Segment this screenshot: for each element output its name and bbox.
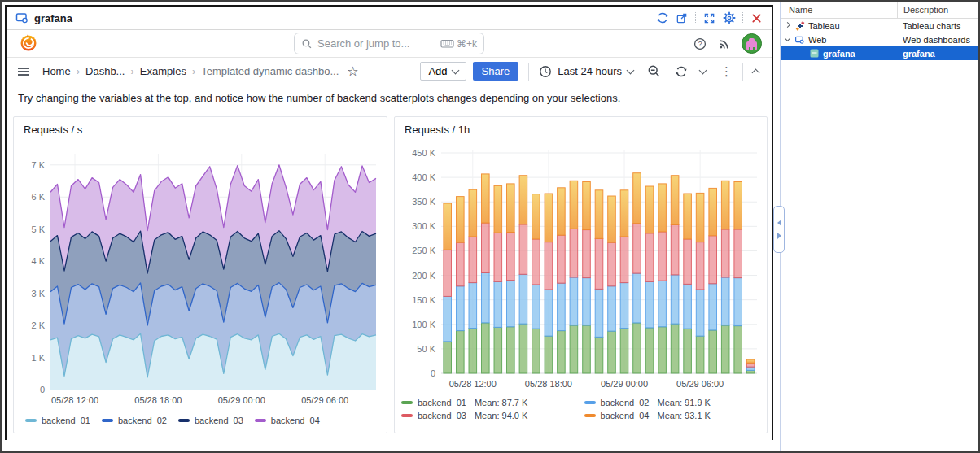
separator [695, 12, 696, 24]
legend-mean-value: Mean: 94.0 K [475, 411, 527, 420]
window-title: grafana [34, 12, 72, 24]
tree-item-label: Tableau [808, 21, 840, 31]
search-placeholder: Search or jump to... [317, 37, 435, 50]
breadcrumb-home[interactable]: Home [42, 65, 71, 77]
legend-swatch [401, 414, 413, 417]
settings-gear-icon[interactable] [722, 11, 736, 25]
breadcrumb-dashboards[interactable]: Dashb... [85, 65, 125, 77]
favorite-star-icon[interactable]: ☆ [347, 65, 358, 78]
legend-label: backend_04 [271, 416, 320, 425]
svg-text:0: 0 [431, 368, 435, 378]
legend-item-backend_02[interactable]: backend_02 [102, 416, 167, 425]
add-button[interactable]: Add [420, 62, 466, 81]
legend-swatch [584, 414, 596, 417]
refresh-icon[interactable] [674, 64, 689, 79]
tree-row-grafana-selected[interactable]: grafana grafana [781, 46, 979, 60]
panel-requests-per-s: Requests / s 01 K2 K3 K4 K5 K6 K7 K05/28… [13, 116, 387, 433]
legend-item-backend_04[interactable]: backend_04 [255, 416, 320, 425]
svg-text:5 K: 5 K [31, 224, 45, 234]
legend-item-backend_03[interactable]: backend_03 [178, 416, 243, 425]
info-text: Try changing the variables at the top, a… [18, 92, 620, 104]
menu-hamburger-icon[interactable] [16, 64, 31, 79]
svg-text:250 K: 250 K [412, 246, 435, 255]
expander-expanded-icon[interactable] [781, 39, 794, 41]
svg-text:05/28 18:00: 05/28 18:00 [525, 379, 572, 389]
breadcrumb: Home › Dashb... › Examples › Templated d… [42, 65, 339, 77]
keyboard-icon [440, 37, 454, 50]
svg-text:05/28 12:00: 05/28 12:00 [51, 395, 98, 405]
svg-text:50 K: 50 K [417, 344, 435, 354]
legend-swatch [102, 419, 113, 422]
legend-swatch [401, 401, 413, 404]
breadcrumb-examples[interactable]: Examples [140, 65, 186, 77]
panel-title[interactable]: Requests / s [14, 117, 387, 139]
legend-item-backend_02[interactable]: backend_02Mean: 91.9 K [584, 398, 753, 407]
legend-label: backend_02 [601, 398, 650, 407]
chevron-down-icon [451, 66, 459, 74]
time-range-picker[interactable]: Last 24 hours [539, 65, 633, 78]
svg-text:4 K: 4 K [31, 256, 45, 266]
legend-label: backend_02 [118, 416, 167, 425]
clock-icon [539, 65, 552, 78]
legend-item-backend_03[interactable]: backend_03Mean: 94.0 K [401, 411, 570, 420]
more-options-kebab-icon[interactable]: ⋮ [720, 64, 733, 79]
refresh-interval-chevron-icon[interactable] [699, 66, 707, 74]
tree-row-tableau[interactable]: Tableau Tableau charts [781, 19, 979, 33]
sidebar-splitter-handle[interactable] [773, 206, 785, 253]
requests-per-s-legend: backend_01backend_02backend_03backend_04 [25, 416, 387, 425]
web-window-icon [794, 35, 806, 45]
legend-item-backend_01[interactable]: backend_01 [25, 416, 90, 425]
panel-requests-per-1h: Requests / 1h 050 K100 K150 K200 K250 K3… [394, 116, 768, 433]
legend-item-backend_04[interactable]: backend_04Mean: 93.1 K [584, 411, 753, 420]
svg-text:0: 0 [40, 385, 45, 394]
legend-item-backend_01[interactable]: backend_01Mean: 87.7 K [401, 398, 570, 407]
fullscreen-expand-icon[interactable] [702, 11, 716, 25]
column-header-description[interactable]: Description [897, 2, 979, 18]
svg-text:350 K: 350 K [412, 197, 435, 207]
dashboard-area: Requests / s 01 K2 K3 K4 K5 K6 K7 K05/28… [7, 111, 772, 440]
legend-label: backend_04 [601, 411, 650, 420]
requests-per-s-chart[interactable]: 01 K2 K3 K4 K5 K6 K7 K05/28 12:0005/28 1… [18, 139, 383, 416]
open-external-icon[interactable] [675, 11, 689, 25]
legend-swatch [178, 419, 190, 422]
tree-item-description: Web dashboards [897, 35, 979, 45]
sync-icon[interactable] [655, 11, 669, 25]
user-avatar[interactable] [742, 33, 762, 54]
legend-swatch [25, 419, 37, 422]
collapse-chevron-up-icon[interactable] [752, 68, 760, 76]
svg-text:6 K: 6 K [31, 192, 45, 202]
zoom-out-icon[interactable] [646, 64, 661, 79]
help-icon[interactable]: ? [693, 37, 707, 51]
grafana-window: grafana [5, 5, 773, 440]
svg-text:2 K: 2 K [31, 320, 45, 330]
close-icon[interactable] [750, 11, 763, 25]
grafana-logo-icon[interactable] [18, 33, 39, 54]
search-input[interactable]: Search or jump to... ⌘+k [294, 33, 484, 54]
svg-text:05/29 06:00: 05/29 06:00 [676, 379, 724, 389]
svg-text:400 K: 400 K [412, 172, 435, 182]
legend-label: backend_01 [42, 416, 90, 425]
requests-per-1h-chart[interactable]: 050 K100 K150 K200 K250 K300 K350 K400 K… [399, 139, 763, 398]
search-icon [301, 38, 313, 50]
svg-text:200 K: 200 K [412, 271, 435, 281]
expander-collapsed-icon[interactable] [781, 25, 794, 27]
legend-mean-value: Mean: 91.9 K [657, 398, 710, 407]
dashboard-toolbar: Home › Dashb... › Examples › Templated d… [7, 58, 772, 85]
svg-text:300 K: 300 K [412, 221, 435, 231]
svg-text:?: ? [698, 40, 702, 48]
svg-text:150 K: 150 K [412, 295, 435, 305]
column-header-name[interactable]: Name [781, 5, 897, 15]
svg-text:05/29 06:00: 05/29 06:00 [301, 395, 348, 405]
expand-right-icon [777, 233, 781, 239]
tree-item-label: grafana [823, 49, 855, 59]
tree-header: Name Description [781, 2, 979, 19]
tree-row-web[interactable]: Web Web dashboards [781, 33, 979, 46]
legend-label: backend_01 [418, 398, 466, 407]
svg-text:450 K: 450 K [412, 148, 435, 158]
search-shortcut: ⌘+k [457, 38, 477, 50]
share-button[interactable]: Share [473, 62, 519, 81]
remote-window-icon [15, 11, 28, 25]
rss-news-icon[interactable] [717, 37, 732, 51]
panel-title[interactable]: Requests / 1h [395, 117, 767, 139]
svg-text:05/29 00:00: 05/29 00:00 [218, 395, 265, 405]
